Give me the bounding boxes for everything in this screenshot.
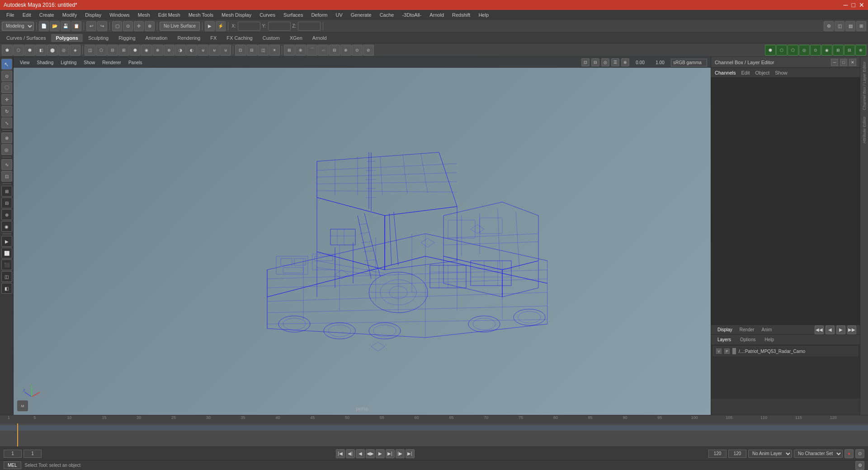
shaded-icon[interactable]: ⊟ <box>246 45 257 56</box>
current-frame-field[interactable] <box>4 450 22 458</box>
loop-cut-icon[interactable]: ⊕ <box>152 45 163 56</box>
menu-modify[interactable]: Modify <box>59 11 80 19</box>
move-tool[interactable]: ✛ <box>1 94 12 105</box>
no-live-surface[interactable]: No Live Surface <box>160 22 200 31</box>
cb-close[interactable]: ✕ <box>849 59 856 66</box>
new-file-button[interactable]: 📄 <box>39 21 49 31</box>
menu-help[interactable]: Help <box>475 11 492 19</box>
goto-end-button[interactable]: ▶| <box>406 449 415 458</box>
snap2[interactable]: ⊟ <box>1 197 12 208</box>
mirror-icon[interactable]: ◐ <box>186 45 197 56</box>
component-icon[interactable]: ◈ <box>70 45 80 56</box>
tab-polygons[interactable]: Polygons <box>51 34 83 42</box>
save-as-button[interactable]: 📋 <box>71 21 81 31</box>
next-key-button[interactable]: ▶| <box>386 449 395 458</box>
render-t[interactable]: ⬛ <box>1 259 12 270</box>
tab-curves-surfaces[interactable]: Curves / Surfaces <box>2 34 50 42</box>
menu-redshift[interactable]: Redshift <box>448 11 474 19</box>
snap-button[interactable]: ⊕ <box>145 21 155 31</box>
menu-mesh-display[interactable]: Mesh Display <box>218 11 255 19</box>
layer-tab-display[interactable]: Display <box>715 326 735 333</box>
viewport-menu-view[interactable]: View <box>17 59 33 66</box>
object-select-icon[interactable]: ◎ <box>58 45 69 56</box>
render-r[interactable]: ▶ <box>1 236 12 247</box>
render-u[interactable]: ◫ <box>1 271 12 282</box>
workspace-dropdown[interactable]: Modeling <box>2 22 34 31</box>
snap-live-icon[interactable]: ⊗ <box>340 45 351 56</box>
bridge-icon[interactable]: ⊟ <box>107 45 118 56</box>
view-icon-1[interactable]: ⊡ <box>581 58 590 66</box>
attribute-editor-tab[interactable]: Attribute Editor <box>861 114 868 146</box>
layer-vis-v[interactable]: V <box>716 348 722 354</box>
sel-type-9[interactable]: ⊕ <box>855 45 866 56</box>
view-icon-5[interactable]: ⊕ <box>621 58 629 66</box>
extra-button3[interactable]: ⊞ <box>856 21 866 31</box>
edge-select-icon[interactable]: ⬡ <box>13 45 24 56</box>
menu-edit-mesh[interactable]: Edit Mesh <box>155 11 184 19</box>
bevel-icon[interactable]: ⬠ <box>96 45 107 56</box>
render-s[interactable]: ⬜ <box>1 248 12 258</box>
move-tool-button[interactable]: ✛ <box>134 21 144 31</box>
sel-type-6[interactable]: ◉ <box>821 45 832 56</box>
snap-grid-icon[interactable]: ⊞ <box>284 45 295 56</box>
layer-vis-p[interactable]: P <box>724 348 730 354</box>
menu-deform[interactable]: Deform <box>307 11 331 19</box>
snap-curve-icon[interactable]: ⌒ <box>307 45 317 56</box>
sel-type-1[interactable]: ⬢ <box>765 45 776 56</box>
settings-button[interactable]: ⚙ <box>824 21 834 31</box>
snap-extra-icon[interactable]: ⊙ <box>352 45 363 56</box>
separate-icon[interactable]: ⊍ <box>220 45 231 56</box>
snap-toggle-icon[interactable]: ⊘ <box>363 45 374 56</box>
layer-next2-button[interactable]: ▶ <box>836 325 845 334</box>
tab-custom[interactable]: Custom <box>258 34 284 42</box>
tab-sculpting[interactable]: Sculpting <box>84 34 113 42</box>
viewport-menu-panels[interactable]: Panels <box>126 59 145 66</box>
sel-type-8[interactable]: ⊟ <box>844 45 855 56</box>
play-back-button[interactable]: ◀▶ <box>366 449 375 458</box>
menu-create[interactable]: Create <box>36 11 58 19</box>
render-button[interactable]: ▶ <box>205 21 215 31</box>
mel-button[interactable]: MEL <box>4 461 21 469</box>
character-set-dropdown[interactable]: No Character Set <box>794 450 843 458</box>
paint-select-tool[interactable]: ⊙ <box>1 70 12 81</box>
viewport[interactable]: View Shading Lighting Show Renderer Pane… <box>14 57 711 415</box>
boolean-icon[interactable]: ⊎ <box>198 45 208 56</box>
lasso-tool[interactable]: 〇 <box>1 82 12 93</box>
sel-type-3[interactable]: ⬠ <box>788 45 798 56</box>
next-frame-button[interactable]: |▶ <box>396 449 405 458</box>
menu-generate[interactable]: Generate <box>347 11 375 19</box>
channel-box-tab[interactable]: Channel Box / Layer Editor <box>861 59 868 113</box>
layer-prev2-button[interactable]: ◀ <box>826 325 835 334</box>
menu-curves[interactable]: Curves <box>256 11 279 19</box>
total-frames-field[interactable] <box>728 450 746 458</box>
texture-icon[interactable]: ◫ <box>258 45 269 56</box>
menu-cache[interactable]: Cache <box>376 11 398 19</box>
cb-minimize[interactable]: ─ <box>831 59 838 66</box>
x-field[interactable] <box>238 22 260 31</box>
rotate-tool[interactable]: ↻ <box>1 106 12 117</box>
view-icon-2[interactable]: ⊟ <box>591 58 599 66</box>
menu-mesh[interactable]: Mesh <box>134 11 154 19</box>
viewport-menu-renderer[interactable]: Renderer <box>99 59 124 66</box>
close-button[interactable]: ✕ <box>859 1 864 9</box>
menu-windows[interactable]: Windows <box>106 11 133 19</box>
prev-key-button[interactable]: ◀ <box>356 449 365 458</box>
menu-edit[interactable]: Edit <box>19 11 35 19</box>
undo-button[interactable]: ↩ <box>86 21 96 31</box>
fill-hole-icon[interactable]: ◑ <box>175 45 186 56</box>
status-extra[interactable]: ⚙ <box>855 461 864 470</box>
snap4[interactable]: ◉ <box>1 221 12 232</box>
maximize-button[interactable]: □ <box>852 1 855 9</box>
y-field[interactable] <box>268 22 291 31</box>
snap3[interactable]: ⊕ <box>1 209 12 220</box>
goto-start-button[interactable]: |◀ <box>336 449 345 458</box>
tab-rendering[interactable]: Rendering <box>173 34 205 42</box>
subdivide-icon[interactable]: ⬣ <box>130 45 141 56</box>
combine-icon[interactable]: ⊌ <box>209 45 220 56</box>
layers-sub-tab[interactable]: Layers <box>715 336 734 343</box>
cb-tab-show[interactable]: Show <box>775 70 788 75</box>
open-file-button[interactable]: 📂 <box>50 21 60 31</box>
tab-arnold[interactable]: Arnold <box>308 34 331 42</box>
smooth-icon[interactable]: ◉ <box>141 45 152 56</box>
prev-frame-button[interactable]: ◀| <box>346 449 355 458</box>
